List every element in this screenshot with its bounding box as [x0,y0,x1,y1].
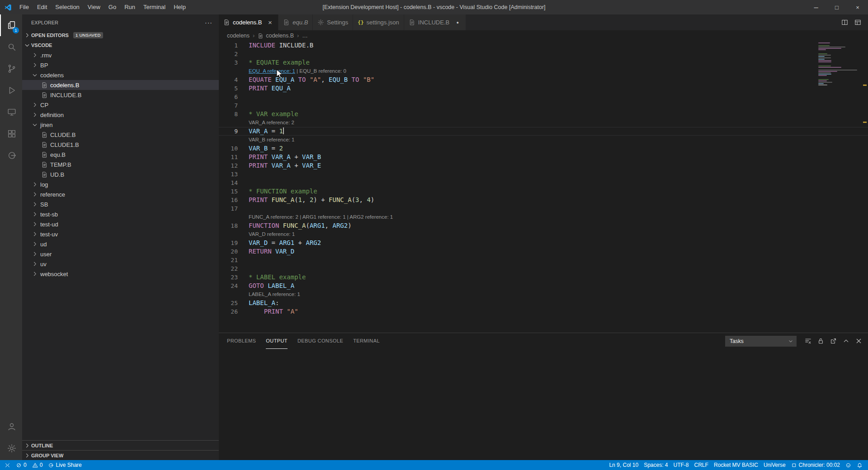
breadcrumb-item-codelens[interactable]: codelens [227,33,250,39]
panel-tab-terminal[interactable]: TERMINAL [353,333,380,349]
activity-explorer-button[interactable]: 1 [0,14,22,36]
code-editor[interactable]: 1INCLUDE INCLUDE.B23* EQUATE exampleEQU_… [219,41,868,333]
code-line[interactable]: 20RETURN VAR_D [219,247,868,256]
activity-settings-button[interactable] [0,437,22,459]
menu-terminal[interactable]: Terminal [139,0,170,14]
tab-include-b[interactable]: INCLUDE.B● [404,14,466,30]
sidebar-item-equ-b[interactable]: equ.B [22,150,219,160]
code-line[interactable]: 19VAR_D = ARG1 + ARG2 [219,239,868,247]
clear-output-button[interactable] [804,337,812,345]
activity-live-share-button[interactable] [0,145,22,166]
close-tab-icon[interactable]: × [266,19,274,26]
sidebar-item-sb[interactable]: SB [22,199,219,209]
menu-selection[interactable]: Selection [51,0,83,14]
code-line[interactable]: 25LABEL_A: [219,299,868,307]
code-line[interactable]: 24GOTO LABEL_A [219,282,868,290]
sidebar-item-definition[interactable]: definition [22,110,219,120]
output-content[interactable] [219,349,868,460]
status-feedback[interactable] [843,460,854,470]
status-language-mode[interactable]: Rocket MV BASIC [711,460,761,470]
status-cursor-position[interactable]: Ln 9, Col 10 [606,460,641,470]
codelens-row[interactable]: VAR_D reference: 1 [219,230,868,239]
menu-edit[interactable]: Edit [33,0,51,14]
code-line[interactable]: 13 [219,170,868,179]
tab-settings-json[interactable]: {}settings.json [353,14,404,30]
code-line[interactable]: 11PRINT VAR_A + VAR_B [219,153,868,161]
sidebar-item-jinen[interactable]: jinen [22,120,219,130]
code-line[interactable]: 1INCLUDE INCLUDE.B [219,41,868,50]
code-line[interactable]: 5PRINT EQU_A [219,84,868,93]
status-indentation[interactable]: Spaces: 4 [641,460,670,470]
code-line[interactable]: 3* EQUATE example [219,58,868,67]
sidebar-item-ud-b[interactable]: UD.B [22,169,219,179]
code-line[interactable]: 18FUNCTION FUNC_A(ARG1, ARG2) [219,221,868,230]
activity-run-and-debug-button[interactable] [0,80,22,101]
split-editor-button[interactable] [841,19,849,26]
workspace-section[interactable]: VSCODE [22,40,219,50]
code-line[interactable]: 7 [219,101,868,110]
sidebar-item-test-sb[interactable]: test-sb [22,209,219,219]
open-editors-section[interactable]: OPEN EDITORS 1 UNSAVED [22,30,219,40]
code-line[interactable]: 8* VAR example [219,110,868,118]
code-line[interactable]: 16PRINT FUNC_A(1, 2) + FUNC_A(3, 4) [219,196,868,204]
status-errors[interactable]: 0 [13,460,29,470]
sidebar-item-test-ud[interactable]: test-ud [22,219,219,229]
status-notifications[interactable] [854,460,865,470]
activity-remote-explorer-button[interactable] [0,101,22,123]
close-panel-button[interactable] [855,337,863,345]
close-button[interactable]: × [847,0,868,14]
code-line[interactable]: 4EQUATE EQU_A TO "A", EQU_B TO "B" [219,75,868,84]
minimize-button[interactable]: ─ [806,0,826,14]
status-remote-indicator[interactable] [2,460,13,470]
codelens-row[interactable]: EQU_A reference: 1 | EQU_B reference: 0 [219,67,868,75]
status-encoding[interactable]: UTF-8 [671,460,692,470]
sidebar-item-include-b[interactable]: INCLUDE.B [22,90,219,100]
breadcrumb-item-[interactable]: … [302,33,308,39]
tab-codelens-b[interactable]: codelens.B× [219,14,278,30]
code-line[interactable]: 21 [219,256,868,264]
code-line[interactable]: 2 [219,50,868,58]
sidebar-item-codelens[interactable]: codelens [22,70,219,80]
sidebar-item-cp[interactable]: CP [22,100,219,110]
code-line[interactable]: 23* LABEL example [219,273,868,282]
maximize-panel-button[interactable] [842,337,850,345]
menu-file[interactable]: File [15,0,33,14]
sidebar-item-rmv[interactable]: .rmv [22,50,219,60]
codelens-link[interactable]: EQU_A reference: 1 [249,68,295,74]
activity-accounts-button[interactable] [0,416,22,437]
codelens-row[interactable]: FUNC_A reference: 2 | ARG1 reference: 1 … [219,213,868,221]
output-channel-select[interactable]: Tasks [725,336,797,347]
codelens-row[interactable]: VAR_B reference: 1 [219,136,868,144]
menu-view[interactable]: View [84,0,104,14]
minimap[interactable] [818,42,860,86]
status-warnings[interactable]: 0 [29,460,46,470]
activity-source-control-button[interactable] [0,58,22,80]
status-universe[interactable]: UniVerse [761,460,788,470]
tab-settings[interactable]: Settings [313,14,353,30]
code-line[interactable]: 9VAR_A = 1 [219,127,868,136]
panel-tab-debug-console[interactable]: DEBUG CONSOLE [297,333,343,349]
sidebar-item-user[interactable]: user [22,249,219,259]
menu-go[interactable]: Go [104,0,120,14]
code-line[interactable]: 22 [219,264,868,273]
code-line[interactable]: 17 [219,204,868,213]
panel-tab-problems[interactable]: PROBLEMS [227,333,256,349]
sidebar-item-bp[interactable]: BP [22,60,219,70]
code-line[interactable]: 12PRINT VAR_A + VAR_E [219,161,868,170]
activity-extensions-button[interactable] [0,123,22,145]
sidebar-item-reference[interactable]: reference [22,189,219,199]
tab-equ-b[interactable]: equ.B [278,14,313,30]
status-live-share[interactable]: Live Share [45,460,84,470]
sidebar-item-codelens-b[interactable]: codelens.B [22,80,219,90]
open-output-in-editor-button[interactable] [830,337,837,345]
code-line[interactable]: 14 [219,179,868,187]
customize-layout-button[interactable] [854,19,862,26]
more-actions-button[interactable]: ··· [205,19,212,26]
sidebar-item-ud[interactable]: ud [22,239,219,249]
code-line[interactable]: 26 PRINT "A" [219,307,868,316]
codelens-row[interactable]: LABEL_A reference: 1 [219,290,868,299]
maximize-button[interactable]: □ [826,0,847,14]
sidebar-item-test-uv[interactable]: test-uv [22,229,219,239]
group-view-section[interactable]: GROUP VIEW [22,450,219,460]
codelens-row[interactable]: VAR_A reference: 2 [219,118,868,127]
